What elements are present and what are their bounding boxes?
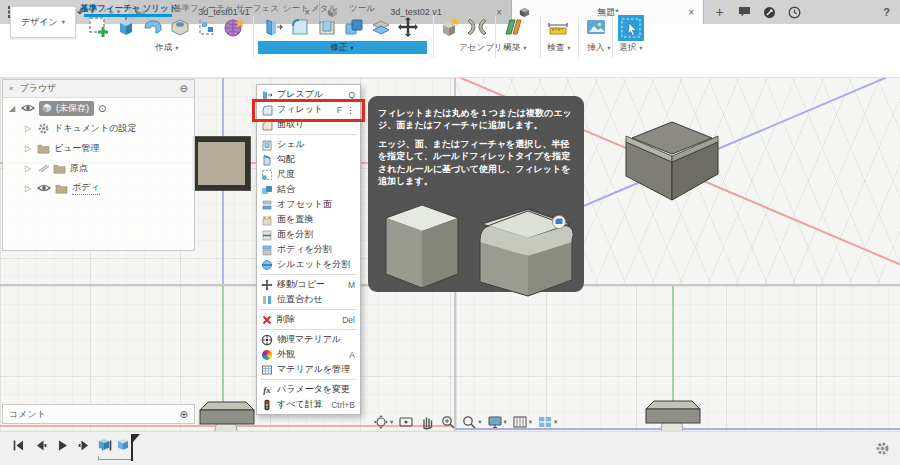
fx-parameters-icon: fx xyxy=(261,384,273,396)
panel-options-icon[interactable]: ⊖ xyxy=(180,83,188,94)
zoom-icon xyxy=(440,414,456,430)
menu-item-manage-materials[interactable]: マテリアルを管理 xyxy=(257,362,360,377)
menu-item-press-pull[interactable]: プレスプル Q xyxy=(257,87,360,102)
combine-icon[interactable] xyxy=(342,15,366,39)
menu-item-move-copy[interactable]: 移動/コピー M xyxy=(257,277,360,292)
browser-root-row[interactable]: ◢ (未保存) ⊙ xyxy=(3,98,194,118)
timeline-bar xyxy=(0,431,900,465)
expand-arrow-icon[interactable]: ▷ xyxy=(25,184,33,193)
hole-icon[interactable] xyxy=(168,15,192,39)
ribbon-tab-tools[interactable]: ツール xyxy=(340,3,384,15)
body-front-view-small[interactable] xyxy=(196,394,260,431)
menu-item-fillet[interactable]: フィレット F ⋮ xyxy=(257,102,360,117)
menu-item-silhouette-split[interactable]: シルエットを分割 xyxy=(257,257,360,272)
orbit-tool[interactable]: ▾ xyxy=(373,414,393,430)
activate-radio-icon[interactable]: ⊙ xyxy=(98,103,106,114)
menu-item-change-parameters[interactable]: fx パラメータを変更 xyxy=(257,382,360,397)
browser-item-document-settings[interactable]: ▷ ドキュメントの設定 xyxy=(3,118,194,138)
viewport-bottom-right[interactable] xyxy=(456,286,900,431)
menu-item-split-body[interactable]: ボディを分割 xyxy=(257,242,360,257)
comments-panel-bar[interactable]: コメント ⊕ xyxy=(2,404,195,424)
look-at-tool[interactable] xyxy=(398,414,414,430)
job-status-clock-icon[interactable] xyxy=(787,5,802,20)
add-comment-icon[interactable]: ⊕ xyxy=(180,409,188,420)
timeline-feature-box-1[interactable] xyxy=(96,436,112,452)
body-front-view[interactable] xyxy=(193,137,250,190)
section-select[interactable]: 選択▾ xyxy=(610,41,652,54)
comment-bubble-icon[interactable] xyxy=(737,5,752,20)
browser-item-origin[interactable]: ▷ 原点 xyxy=(3,158,194,178)
browser-item-bodies[interactable]: ▷ ボディ xyxy=(3,178,194,198)
visibility-eye-icon[interactable] xyxy=(21,103,35,113)
body-front-view-small[interactable] xyxy=(642,393,706,431)
step-forward-icon[interactable] xyxy=(78,439,91,452)
menu-item-combine[interactable]: 結合 xyxy=(257,182,360,197)
display-settings[interactable]: ▾ xyxy=(487,414,507,430)
play-icon[interactable] xyxy=(56,439,69,452)
section-inspect[interactable]: 検査▾ xyxy=(538,41,580,54)
extrude-icon[interactable] xyxy=(114,15,138,39)
window-zoom-tool[interactable]: ▾ xyxy=(461,414,481,430)
shell-icon[interactable] xyxy=(315,15,339,39)
menu-item-offset-face[interactable]: オフセット面 xyxy=(257,197,360,212)
section-construct[interactable]: 構築▾ xyxy=(494,41,536,54)
visibility-off-icon[interactable] xyxy=(37,163,49,173)
menu-item-split-face[interactable]: 面を分割 xyxy=(257,227,360,242)
timeline-marker-flag[interactable] xyxy=(133,434,140,442)
skip-to-start-icon[interactable] xyxy=(12,439,25,452)
create-sketch-icon[interactable] xyxy=(87,15,111,39)
help-icon[interactable]: ? xyxy=(883,6,890,18)
menu-item-replace-face[interactable]: 面を置換 xyxy=(257,212,360,227)
menu-item-delete[interactable]: 削除 Del xyxy=(257,312,360,327)
menu-item-scale[interactable]: 尺度 xyxy=(257,167,360,182)
construct-plane-icon[interactable] xyxy=(501,15,525,39)
menu-item-shell[interactable]: シェル xyxy=(257,137,360,152)
body-iso-view[interactable] xyxy=(612,112,734,208)
close-tab-icon[interactable]: × xyxy=(686,7,696,18)
ribbon-tab-surface[interactable]: 基準フィーチャ サーフェス xyxy=(173,3,273,15)
section-create[interactable]: 作成▾ xyxy=(140,41,194,54)
select-tool-icon[interactable] xyxy=(618,15,644,41)
zoom-tool[interactable] xyxy=(440,414,456,430)
expanded-arrow-icon[interactable]: ◢ xyxy=(9,104,17,113)
expand-arrow-icon[interactable]: ▷ xyxy=(25,124,33,133)
fillet-icon[interactable] xyxy=(288,15,312,39)
timeline-feature-box-2[interactable] xyxy=(115,436,131,452)
joint-icon[interactable] xyxy=(465,15,489,39)
menu-item-chamfer[interactable]: 面取り xyxy=(257,117,360,132)
chevron-down-icon: ▾ xyxy=(478,418,481,426)
workspace-selector[interactable]: デザイン ▾ xyxy=(10,6,76,38)
viewports-layout[interactable]: ▾ xyxy=(537,414,557,430)
timeline-settings-gear-icon[interactable] xyxy=(875,441,890,456)
step-back-icon[interactable] xyxy=(34,439,47,452)
grid-settings[interactable]: ▾ xyxy=(512,414,532,430)
ribbon-tab-sheetmetal[interactable]: シート メタル xyxy=(280,3,340,15)
press-pull-icon[interactable] xyxy=(261,15,285,39)
menu-item-physical-material[interactable]: 物理マテリアル xyxy=(257,332,360,347)
collapse-panel-icon[interactable]: « xyxy=(9,84,13,93)
visibility-eye-icon[interactable] xyxy=(37,183,51,193)
new-component-icon[interactable] xyxy=(438,15,462,39)
section-modify[interactable]: 修正▾ xyxy=(315,41,369,54)
create-form-icon[interactable] xyxy=(222,15,246,39)
menu-item-align[interactable]: 位置合わせ xyxy=(257,292,360,307)
new-tab-icon[interactable]: + xyxy=(712,5,727,20)
insert-canvas-icon[interactable] xyxy=(584,15,608,39)
viewport-canvas[interactable]: « ブラウザ ⊖ ◢ (未保存) ⊙ ▷ ドキュメントの設定 ▷ xyxy=(0,78,900,431)
measure-icon[interactable] xyxy=(546,15,570,39)
unsaved-document-pill[interactable]: (未保存) xyxy=(39,101,94,116)
more-options-icon[interactable]: ⋮ xyxy=(346,105,355,115)
pan-tool[interactable] xyxy=(419,414,435,430)
offset-face-icon[interactable] xyxy=(369,15,393,39)
menu-item-appearance[interactable]: 外観 A xyxy=(257,347,360,362)
pattern-icon[interactable] xyxy=(195,15,219,39)
expand-arrow-icon[interactable]: ▷ xyxy=(25,144,33,153)
expand-arrow-icon[interactable]: ▷ xyxy=(25,164,33,173)
move-icon[interactable] xyxy=(396,15,420,39)
menu-item-draft[interactable]: 勾配 xyxy=(257,152,360,167)
extensions-icon[interactable] xyxy=(762,5,777,20)
menu-separator xyxy=(260,274,357,275)
browser-item-named-views[interactable]: ▷ ビュー管理 xyxy=(3,138,194,158)
revolve-icon[interactable] xyxy=(141,15,165,39)
menu-item-compute-all[interactable]: すべて計算 Ctrl+B xyxy=(257,397,360,412)
